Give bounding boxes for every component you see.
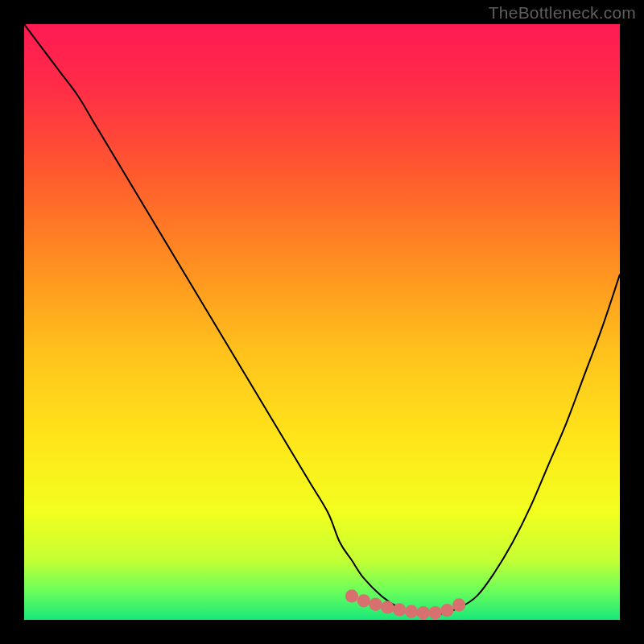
marker-dot [345,589,358,602]
watermark-text: TheBottleneck.com [489,3,636,23]
bottleneck-curve [24,24,620,620]
marker-dot [369,598,382,611]
marker-dot [428,606,441,619]
marker-dot [452,598,465,611]
sweet-spot-markers [345,589,465,619]
marker-dot [381,601,394,613]
plot-area [24,24,620,620]
marker-dot [357,594,370,607]
chart-stage: TheBottleneck.com [0,0,644,644]
marker-dot [405,605,418,618]
marker-dot [393,603,406,616]
curve-line [24,24,620,614]
marker-dot [417,606,430,619]
marker-dot [440,604,453,617]
